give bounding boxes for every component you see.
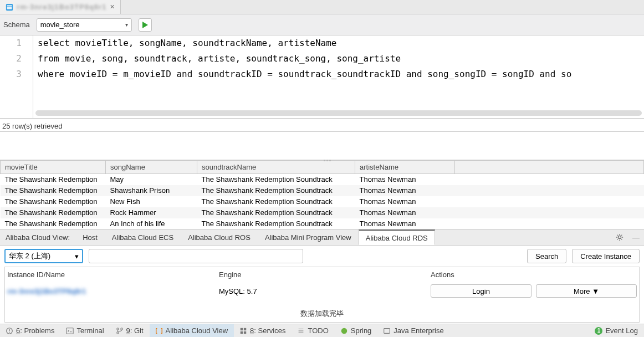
search-button[interactable]: Search: [527, 249, 566, 263]
problems-tool[interactable]: 6: Problems: [0, 324, 60, 337]
jee-icon: [383, 327, 391, 335]
editor-line: from movie, song, soundtrack, artiste, s…: [38, 51, 644, 67]
ide-statusbar: 6: Problems Terminal 9: Git Alibaba Clou…: [0, 324, 644, 337]
spring-tool[interactable]: Spring: [335, 324, 378, 337]
table-cell-blank: [455, 174, 644, 185]
schema-select[interactable]: movie_store ▾: [37, 18, 132, 32]
alicloud-label: Alibaba Cloud View: [166, 326, 228, 335]
git-tool[interactable]: 9: Git: [110, 324, 150, 337]
svg-rect-6: [9, 329, 9, 331]
column-header[interactable]: soundtrackName: [197, 161, 355, 174]
column-header[interactable]: movieTitle: [1, 161, 106, 174]
todo-label: TODO: [308, 326, 328, 335]
git-label: Git: [134, 326, 144, 335]
line-number: 1: [0, 35, 22, 51]
line-number: 3: [0, 67, 22, 82]
play-icon: [142, 22, 148, 28]
list-icon: [297, 327, 305, 335]
spring-icon: [340, 327, 348, 335]
results-header-row: movieTitle songName soundtrackName artis…: [1, 161, 644, 174]
cloud-tab-host[interactable]: Host: [75, 229, 105, 245]
services-tool[interactable]: 8: Services: [234, 324, 292, 337]
table-row[interactable]: The Shawshank RedemptionShawshank Prison…: [1, 185, 644, 196]
terminal-tool[interactable]: Terminal: [60, 324, 110, 337]
splitter-handle[interactable]: [322, 160, 332, 162]
column-header-blank: [455, 161, 644, 174]
event-log-tool[interactable]: 1 Event Log: [589, 324, 644, 337]
instance-engine: MySQL: 5.7: [219, 287, 431, 295]
alibaba-cloud-view-tool[interactable]: Alibaba Cloud View: [150, 324, 234, 337]
cloud-tab-alibaba-cloud-rds[interactable]: Alibaba Cloud RDS: [359, 229, 435, 245]
table-cell: The Shawshank Redemption: [1, 218, 106, 229]
git-branch-icon: [116, 327, 124, 335]
run-button[interactable]: [139, 18, 152, 32]
splitter-area: [0, 132, 644, 160]
instance-header: Instance ID/Name Engine Actions: [5, 267, 639, 282]
cloud-tab-alibaba-cloud-ros[interactable]: Alibaba Cloud ROS: [181, 229, 258, 245]
region-selected: 华东 2 (上海): [9, 251, 50, 261]
svg-rect-3: [7, 8, 12, 9]
editor-line: where movieID = m_movieID and soundtrack…: [38, 67, 644, 82]
hide-button[interactable]: —: [628, 229, 644, 245]
horizontal-scrollbar[interactable]: [35, 110, 642, 116]
search-input[interactable]: [89, 249, 303, 263]
loading-status: 数据加载完毕: [5, 307, 639, 322]
table-cell: The Shawshank Redemption: [1, 196, 106, 207]
editor-tabs: rm-3nre3j1Bo3TP8q8r1 ✕: [0, 0, 644, 14]
cloud-view-tabbar: Alibaba Cloud View: HostAlibaba Cloud EC…: [0, 229, 644, 246]
todo-tool[interactable]: TODO: [292, 324, 334, 337]
java-ee-label: Java Enterprise: [393, 326, 443, 335]
svg-rect-13: [244, 328, 246, 330]
table-row[interactable]: The Shawshank RedemptionMayThe Shawshank…: [1, 174, 644, 185]
cloud-tab-alibaba-mini-program-view[interactable]: Alibaba Mini Program View: [258, 229, 359, 245]
chevron-down-icon: ▾: [125, 22, 128, 28]
region-select[interactable]: 华东 2 (上海) ▾: [4, 249, 83, 263]
table-cell-blank: [455, 218, 644, 229]
table-cell: May: [106, 174, 197, 185]
cloud-tab-alibaba-cloud-ecs[interactable]: Alibaba Cloud ECS: [105, 229, 181, 245]
svg-rect-12: [241, 328, 243, 330]
file-tab[interactable]: rm-3nre3j1Bo3TP8q8r1 ✕: [0, 0, 121, 14]
table-cell: Thomas Newman: [355, 196, 455, 207]
table-row[interactable]: The Shawshank RedemptionNew FishThe Shaw…: [1, 196, 644, 207]
svg-point-4: [618, 236, 621, 238]
settings-button[interactable]: [611, 229, 628, 245]
svg-rect-1: [7, 7, 12, 8]
spring-label: Spring: [351, 326, 372, 335]
column-header[interactable]: songName: [106, 161, 197, 174]
svg-rect-17: [384, 328, 390, 333]
table-cell: Rock Hammer: [106, 207, 197, 218]
instance-row: rm-3nre3j1Bo3TP8q8r1 MySQL: 5.7 Login Mo…: [5, 282, 639, 300]
table-row[interactable]: The Shawshank RedemptionRock HammerThe S…: [1, 207, 644, 218]
create-instance-button[interactable]: Create Instance: [572, 249, 640, 263]
table-row[interactable]: The Shawshank RedemptionAn Inch of his l…: [1, 218, 644, 229]
services-icon: [239, 327, 247, 335]
file-tab-label: rm-3nre3j1Bo3TP8q8r1: [17, 3, 106, 11]
table-cell: The Shawshank Redemption Soundtrack: [197, 174, 355, 185]
close-icon[interactable]: ✕: [110, 3, 115, 11]
column-header[interactable]: artisteName: [355, 161, 455, 174]
login-button[interactable]: Login: [431, 284, 531, 298]
table-cell: Thomas Newman: [355, 207, 455, 218]
column-header: Instance ID/Name: [7, 270, 219, 279]
editor-line: select movieTitle, songName, soundtrackN…: [38, 35, 644, 51]
table-cell: Shawshank Prison: [106, 185, 197, 196]
gear-icon: [616, 233, 623, 241]
svg-rect-15: [244, 331, 246, 333]
svg-rect-8: [67, 328, 73, 334]
results-table: movieTitle songName soundtrackName artis…: [0, 160, 644, 229]
table-cell: Thomas Newman: [355, 174, 455, 185]
table-cell: Thomas Newman: [355, 185, 455, 196]
mnemonic-key: 9: [126, 326, 130, 335]
table-cell: The Shawshank Redemption: [1, 207, 106, 218]
warning-icon: [6, 327, 13, 335]
mnemonic-key: 6: [16, 326, 20, 335]
editor-content[interactable]: select movieTitle, songName, soundtrackN…: [33, 35, 644, 118]
sql-editor[interactable]: 1 2 3 select movieTitle, songName, sound…: [0, 35, 644, 119]
more-button[interactable]: More ▼: [536, 284, 637, 298]
table-cell: The Shawshank Redemption Soundtrack: [197, 196, 355, 207]
instance-id-link[interactable]: rm-3nre3j1Bo3TP8q8r1: [7, 287, 86, 295]
schema-label: Schema: [3, 21, 30, 29]
db-box-icon: [6, 3, 13, 11]
java-enterprise-tool[interactable]: Java Enterprise: [377, 324, 449, 337]
